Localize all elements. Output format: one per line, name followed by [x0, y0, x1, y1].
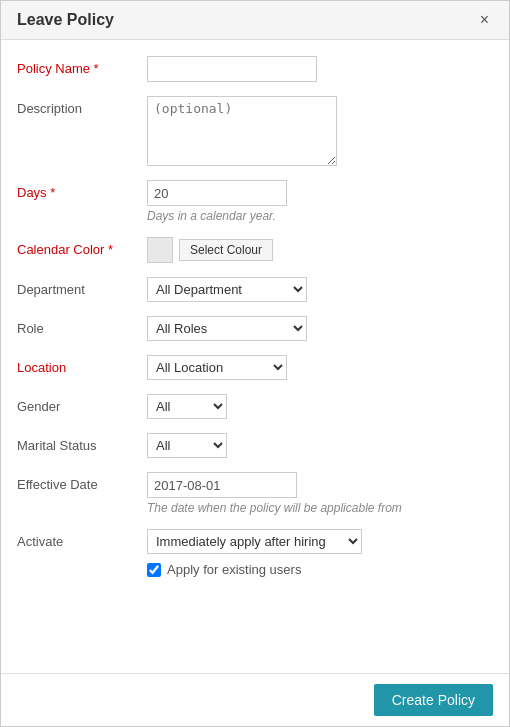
days-label: Days *	[17, 180, 147, 200]
effective-date-hint: The date when the policy will be applica…	[147, 501, 485, 515]
activate-label: Activate	[17, 529, 147, 549]
apply-existing-checkbox[interactable]	[147, 563, 161, 577]
days-row: Days * Days in a calendar year.	[17, 180, 485, 223]
role-label: Role	[17, 316, 147, 336]
marital-status-select[interactable]: All	[147, 433, 227, 458]
create-policy-button[interactable]: Create Policy	[374, 684, 493, 716]
calendar-color-row: Calendar Color * Select Colour	[17, 237, 485, 263]
dialog-body: Policy Name * Description Days * Days in…	[1, 40, 509, 673]
role-select[interactable]: All Roles	[147, 316, 307, 341]
days-hint: Days in a calendar year.	[147, 209, 485, 223]
gender-row: Gender All	[17, 394, 485, 419]
apply-existing-label: Apply for existing users	[167, 562, 301, 577]
department-label: Department	[17, 277, 147, 297]
dialog-footer: Create Policy	[1, 673, 509, 726]
department-select[interactable]: All Department	[147, 277, 307, 302]
activate-row: Activate Immediately apply after hiring …	[17, 529, 485, 577]
dialog-title: Leave Policy	[17, 11, 114, 29]
leave-policy-dialog: Leave Policy × Policy Name * Description…	[0, 0, 510, 727]
close-button[interactable]: ×	[476, 12, 493, 28]
role-row: Role All Roles	[17, 316, 485, 341]
location-label: Location	[17, 355, 147, 375]
gender-label: Gender	[17, 394, 147, 414]
description-input[interactable]	[147, 96, 337, 166]
calendar-color-label: Calendar Color *	[17, 237, 147, 257]
gender-select[interactable]: All	[147, 394, 227, 419]
effective-date-row: Effective Date The date when the policy …	[17, 472, 485, 515]
department-row: Department All Department	[17, 277, 485, 302]
effective-date-label: Effective Date	[17, 472, 147, 492]
marital-status-row: Marital Status All	[17, 433, 485, 458]
policy-name-row: Policy Name *	[17, 56, 485, 82]
effective-date-input[interactable]	[147, 472, 297, 498]
location-select[interactable]: All Location	[147, 355, 287, 380]
location-row: Location All Location	[17, 355, 485, 380]
select-colour-button[interactable]: Select Colour	[179, 239, 273, 261]
color-swatch	[147, 237, 173, 263]
policy-name-label: Policy Name *	[17, 56, 147, 76]
days-input[interactable]	[147, 180, 287, 206]
dialog-header: Leave Policy ×	[1, 1, 509, 40]
marital-status-label: Marital Status	[17, 433, 147, 453]
policy-name-input[interactable]	[147, 56, 317, 82]
description-label: Description	[17, 96, 147, 116]
description-row: Description	[17, 96, 485, 166]
activate-select[interactable]: Immediately apply after hiring	[147, 529, 362, 554]
